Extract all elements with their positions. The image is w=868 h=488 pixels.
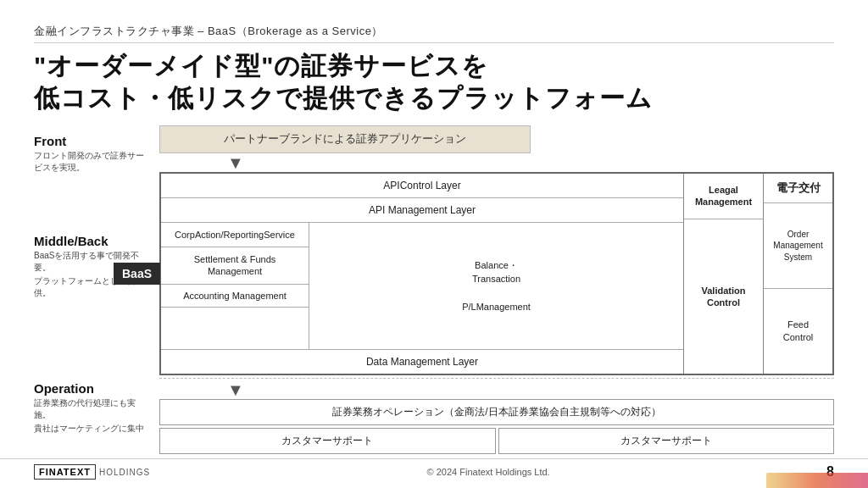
- middle-back-label-section: Middle/Back BaaSを活用する事で開発不要。 プラットフォームとして…: [34, 225, 151, 299]
- data-management-box: Data Management Layer: [161, 349, 683, 374]
- api-management-box: API Management Layer: [161, 198, 683, 223]
- denshi-kofu-box: 電子交付: [764, 174, 832, 203]
- copyright-text: © 2024 Finatext Holdings Ltd.: [427, 467, 550, 477]
- front-label: Front: [34, 134, 151, 148]
- front-label-section: Front フロント開発のみで証券サービスを実現。: [34, 125, 151, 174]
- logo-text: FINATEXT: [34, 464, 96, 480]
- footer: FINATEXT HOLDINGS © 2024 Finatext Holdin…: [0, 458, 868, 480]
- middle-back-label: Middle/Back: [34, 234, 151, 248]
- arrow-down-icon: ▼: [227, 154, 244, 171]
- partner-brand-box: パートナーブランドによる証券アプリケーション: [159, 125, 531, 153]
- operation-main-box: 証券業務オペレーション（金商法/日本証券業協会自主規制等への対応）: [159, 399, 834, 425]
- arrow-up-icon: ▼: [227, 381, 244, 396]
- operation-section: Operation 証券業務の代行処理にも実施。 貴社はマーケティングに集中 ▼…: [34, 381, 834, 454]
- color-bar-decoration: [766, 473, 868, 488]
- legal-management-box: LeagalManagement: [684, 174, 763, 219]
- api-control-box: APIControl Layer: [161, 174, 683, 198]
- holdings-text: HOLDINGS: [99, 468, 150, 477]
- settlement-box: Settlement & FundsManagement: [161, 247, 309, 285]
- subtitle: 金融インフラストラクチャ事業 – BaaS（Brokerage as a Ser…: [34, 24, 834, 43]
- footer-left: FINATEXT HOLDINGS: [34, 464, 150, 480]
- accounting-box: Accounting Management: [161, 285, 309, 308]
- slide: 金融インフラストラクチャ事業 – BaaS（Brokerage as a Ser…: [0, 0, 868, 488]
- customer-support-left: カスタマーサポート: [159, 428, 496, 454]
- operation-desc1: 証券業務の代行処理にも実施。: [34, 397, 151, 421]
- customer-support-right: カスタマーサポート: [498, 428, 835, 454]
- validation-box: ValidationControl: [684, 219, 763, 374]
- baas-label-container: BaaS: [114, 263, 160, 285]
- baas-label: BaaS: [114, 263, 160, 285]
- operation-label: Operation: [34, 381, 151, 396]
- balance-box: Balance・TransactionP/LManagement: [309, 223, 683, 349]
- title-line2: 低コスト・低リスクで提供できるプラットフォーム: [34, 82, 834, 114]
- order-management-box: OrderManagementSystem: [764, 203, 832, 289]
- main-title: "オーダーメイド型"の証券サービスを 低コスト・低リスクで提供できるプラットフォ…: [34, 50, 834, 114]
- front-desc: フロント開発のみで証券サービスを実現。: [34, 150, 151, 174]
- feed-control-box: FeedControl: [764, 289, 832, 374]
- corp-action-box: CorpAction/ReportingService: [161, 223, 309, 247]
- operation-desc2: 貴社はマーケティングに集中: [34, 423, 151, 435]
- title-line1: "オーダーメイド型"の証券サービスを: [34, 50, 834, 82]
